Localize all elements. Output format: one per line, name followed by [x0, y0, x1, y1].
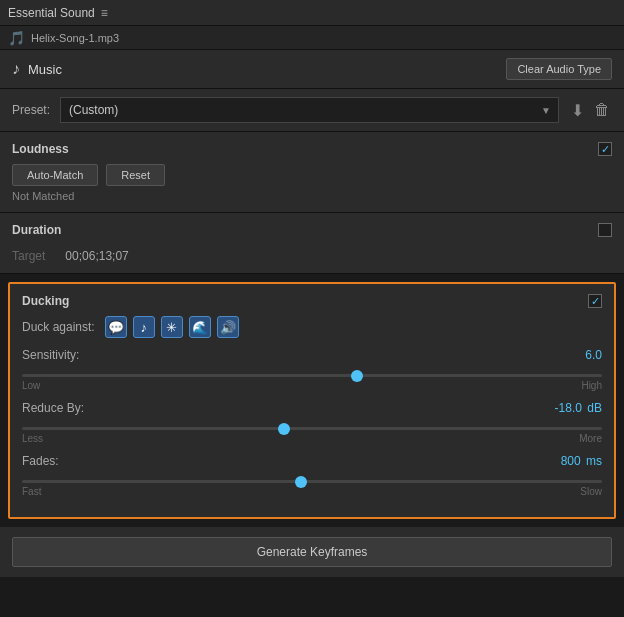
reduce-by-slider[interactable] — [22, 427, 602, 430]
header-row: ♪ Music Clear Audio Type — [0, 50, 624, 89]
top-bar: Essential Sound ≡ — [0, 0, 624, 26]
loudness-status: Not Matched — [12, 190, 612, 202]
sensitivity-row: Sensitivity: 6.0 Low High — [22, 348, 602, 391]
fades-row: Fades: 800 ms Fast Slow — [22, 454, 602, 497]
duck-against-label: Duck against: — [22, 320, 95, 334]
top-bar-title: Essential Sound — [8, 6, 95, 20]
duck-icons: 💬 ♪ ✳ 🌊 🔊 — [105, 316, 239, 338]
clear-audio-button[interactable]: Clear Audio Type — [506, 58, 612, 80]
reduce-by-min-label: Less — [22, 433, 43, 444]
reduce-by-value: -18.0 dB — [542, 401, 602, 415]
fades-header: Fades: 800 ms — [22, 454, 602, 468]
music-note-icon: ♪ — [12, 60, 20, 78]
fades-value: 800 ms — [542, 454, 602, 468]
fades-range-labels: Fast Slow — [22, 486, 602, 497]
preset-actions: ⬇ 🗑 — [569, 99, 612, 122]
music-duck-icon[interactable]: ♪ — [133, 316, 155, 338]
ambience-duck-icon[interactable]: 🌊 — [189, 316, 211, 338]
sensitivity-header: Sensitivity: 6.0 — [22, 348, 602, 362]
reduce-by-range-labels: Less More — [22, 433, 602, 444]
sensitivity-label: Sensitivity: — [22, 348, 92, 362]
fades-max-label: Slow — [580, 486, 602, 497]
duration-checkbox[interactable] — [598, 223, 612, 237]
preset-row: Preset: (Custom) ▼ ⬇ 🗑 — [0, 89, 624, 132]
loudness-title: Loudness — [12, 142, 69, 156]
dialog-duck-icon[interactable]: 💬 — [105, 316, 127, 338]
menu-icon[interactable]: ≡ — [101, 6, 108, 20]
music-text: Music — [28, 62, 62, 77]
fades-label: Fades: — [22, 454, 92, 468]
preset-select-wrapper: (Custom) ▼ — [60, 97, 559, 123]
preset-save-button[interactable]: ⬇ — [569, 99, 586, 122]
reduce-by-header: Reduce By: -18.0 dB — [22, 401, 602, 415]
ducking-section: Ducking Duck against: 💬 ♪ ✳ 🌊 🔊 Sensitiv… — [8, 282, 616, 519]
duration-title: Duration — [12, 223, 61, 237]
reduce-by-label: Reduce By: — [22, 401, 92, 415]
other-duck-icon[interactable]: 🔊 — [217, 316, 239, 338]
reduce-by-row: Reduce By: -18.0 dB Less More — [22, 401, 602, 444]
duration-target-value: 00;06;13;07 — [65, 249, 128, 263]
duration-content: Target 00;06;13;07 — [12, 245, 612, 263]
ducking-title: Ducking — [22, 294, 69, 308]
ducking-section-header: Ducking — [22, 294, 602, 308]
preset-delete-button[interactable]: 🗑 — [592, 99, 612, 121]
sensitivity-max-label: High — [581, 380, 602, 391]
duration-target-label: Target — [12, 249, 45, 263]
fades-min-label: Fast — [22, 486, 41, 497]
ducking-checkbox[interactable] — [588, 294, 602, 308]
music-label: ♪ Music — [12, 60, 62, 78]
reset-button[interactable]: Reset — [106, 164, 165, 186]
sensitivity-min-label: Low — [22, 380, 40, 391]
reduce-by-max-label: More — [579, 433, 602, 444]
file-bar: 🎵 Helix-Song-1.mp3 — [0, 26, 624, 50]
preset-select[interactable]: (Custom) — [60, 97, 559, 123]
duration-section-header: Duration — [12, 223, 612, 237]
sensitivity-range-labels: Low High — [22, 380, 602, 391]
sensitivity-value: 6.0 — [542, 348, 602, 362]
file-audio-icon: 🎵 — [8, 30, 25, 46]
sfx-duck-icon[interactable]: ✳ — [161, 316, 183, 338]
generate-keyframes-container: Generate Keyframes — [0, 527, 624, 577]
generate-keyframes-button[interactable]: Generate Keyframes — [12, 537, 612, 567]
preset-label: Preset: — [12, 103, 50, 117]
fades-slider[interactable] — [22, 480, 602, 483]
duck-against-row: Duck against: 💬 ♪ ✳ 🌊 🔊 — [22, 316, 602, 338]
loudness-section: Loudness Auto-Match Reset Not Matched — [0, 132, 624, 213]
file-name: Helix-Song-1.mp3 — [31, 32, 119, 44]
auto-match-button[interactable]: Auto-Match — [12, 164, 98, 186]
sensitivity-slider[interactable] — [22, 374, 602, 377]
loudness-buttons: Auto-Match Reset — [12, 164, 612, 186]
loudness-checkbox[interactable] — [598, 142, 612, 156]
duration-section: Duration Target 00;06;13;07 — [0, 213, 624, 274]
loudness-section-header: Loudness — [12, 142, 612, 156]
